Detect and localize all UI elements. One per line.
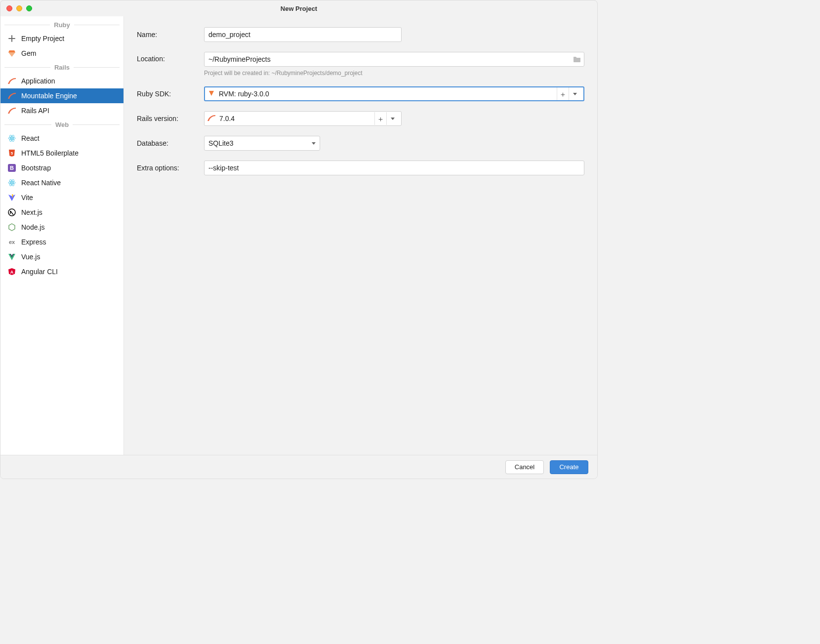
dialog-button-bar: Cancel Create [0, 455, 597, 479]
plus-icon: ＋ [559, 90, 567, 98]
sidebar-item-angular-cli[interactable]: A Angular CLI [0, 264, 123, 279]
project-config-panel: Name: Location: Project will be created … [124, 16, 597, 455]
location-label: Location: [137, 52, 196, 63]
sidebar-item-label: Mountable Engine [21, 92, 77, 100]
sidebar-item-label: Empty Project [21, 35, 64, 42]
sidebar-item-label: HTML5 Boilerplate [21, 149, 79, 157]
add-sdk-button[interactable]: ＋ [557, 87, 569, 100]
rails-icon [7, 77, 16, 85]
rails-icon [7, 91, 16, 100]
vue-icon [7, 252, 16, 261]
rails-version-dropdown-button[interactable] [386, 112, 398, 125]
ruby-sdk-value: RVM: ruby-3.0.0 [219, 90, 269, 98]
rails-icon [207, 114, 215, 123]
next-icon [7, 208, 16, 217]
location-input[interactable] [204, 52, 584, 67]
node-icon [7, 223, 16, 232]
add-rails-version-button[interactable]: ＋ [374, 112, 386, 125]
bootstrap-icon: B [7, 163, 16, 172]
sidebar-item-label: React Native [21, 179, 61, 187]
database-select[interactable]: SQLite3 [204, 136, 320, 151]
html5-icon: 5 [7, 149, 16, 158]
sidebar-item-react-native[interactable]: React Native [0, 175, 123, 190]
browse-folder-button[interactable] [572, 54, 582, 65]
cancel-button[interactable]: Cancel [505, 460, 544, 474]
sidebar-item-label: Application [21, 77, 55, 85]
name-label: Name: [137, 31, 196, 39]
location-hint: Project will be created in: ~/RubyminePr… [204, 70, 584, 77]
sidebar-item-application[interactable]: Application [0, 74, 123, 88]
extra-options-label: Extra options: [137, 164, 196, 172]
sidebar-item-bootstrap[interactable]: B Bootstrap [0, 161, 123, 175]
angular-icon: A [7, 267, 16, 276]
sidebar-item-label: Bootstrap [21, 164, 51, 172]
sidebar-item-mountable-engine[interactable]: Mountable Engine [0, 88, 123, 103]
vite-icon [7, 193, 16, 202]
name-input[interactable] [204, 27, 402, 42]
svg-point-7 [11, 182, 13, 184]
ruby-sdk-combo[interactable]: RVM: ruby-3.0.0 ＋ [204, 86, 584, 101]
rails-icon [7, 106, 16, 115]
rails-version-value: 7.0.4 [219, 115, 235, 122]
svg-text:B: B [10, 165, 14, 171]
sidebar-item-empty-project[interactable]: Empty Project [0, 31, 123, 46]
database-value: SQLite3 [208, 139, 234, 147]
sidebar-item-vite[interactable]: Vite [0, 190, 123, 205]
sidebar-item-label: Rails API [21, 107, 49, 115]
express-icon: ex [7, 238, 16, 246]
chevron-down-icon [312, 142, 316, 145]
gem-icon [7, 49, 16, 58]
plus-icon [7, 34, 16, 43]
sidebar-item-express[interactable]: ex Express [0, 235, 123, 249]
project-type-sidebar: Ruby Empty Project Gem Rails Application… [0, 16, 124, 455]
svg-point-0 [11, 138, 13, 139]
database-label: Database: [137, 139, 196, 147]
titlebar: New Project [0, 0, 597, 16]
sidebar-item-label: Angular CLI [21, 268, 58, 276]
react-icon [7, 178, 16, 187]
create-button[interactable]: Create [550, 460, 588, 474]
react-icon [7, 134, 16, 143]
sidebar-item-nodejs[interactable]: Node.js [0, 220, 123, 235]
sdk-dropdown-button[interactable] [569, 87, 580, 100]
sidebar-item-rails-api[interactable]: Rails API [0, 103, 123, 118]
plus-icon: ＋ [377, 115, 384, 122]
sidebar-item-label: Express [21, 238, 46, 246]
svg-text:A: A [10, 270, 14, 275]
rails-version-label: Rails version: [137, 115, 196, 122]
sidebar-item-label: Vue.js [21, 253, 40, 261]
chevron-down-icon [573, 93, 577, 95]
sidebar-item-label: Next.js [21, 208, 42, 216]
chevron-down-icon [391, 118, 395, 120]
sidebar-item-label: Node.js [21, 223, 44, 231]
sidebar-item-vuejs[interactable]: Vue.js [0, 249, 123, 264]
sidebar-item-html5-boilerplate[interactable]: 5 HTML5 Boilerplate [0, 146, 123, 161]
sidebar-item-label: Vite [21, 194, 33, 201]
sidebar-group-rails: Rails [0, 63, 123, 72]
sidebar-item-gem[interactable]: Gem [0, 46, 123, 61]
window-title: New Project [0, 5, 597, 12]
ruby-sdk-label: Ruby SDK: [137, 90, 196, 98]
sidebar-item-nextjs[interactable]: Next.js [0, 205, 123, 220]
rails-version-combo[interactable]: 7.0.4 ＋ [204, 111, 402, 126]
sidebar-group-ruby: Ruby [0, 20, 123, 29]
sidebar-item-label: Gem [21, 49, 36, 57]
sidebar-item-label: React [21, 134, 40, 142]
sidebar-item-react[interactable]: React [0, 131, 123, 146]
sidebar-group-web: Web [0, 120, 123, 129]
extra-options-input[interactable] [204, 161, 584, 175]
svg-text:5: 5 [11, 151, 13, 156]
ruby-diamond-icon [208, 90, 215, 98]
folder-icon [573, 56, 581, 63]
